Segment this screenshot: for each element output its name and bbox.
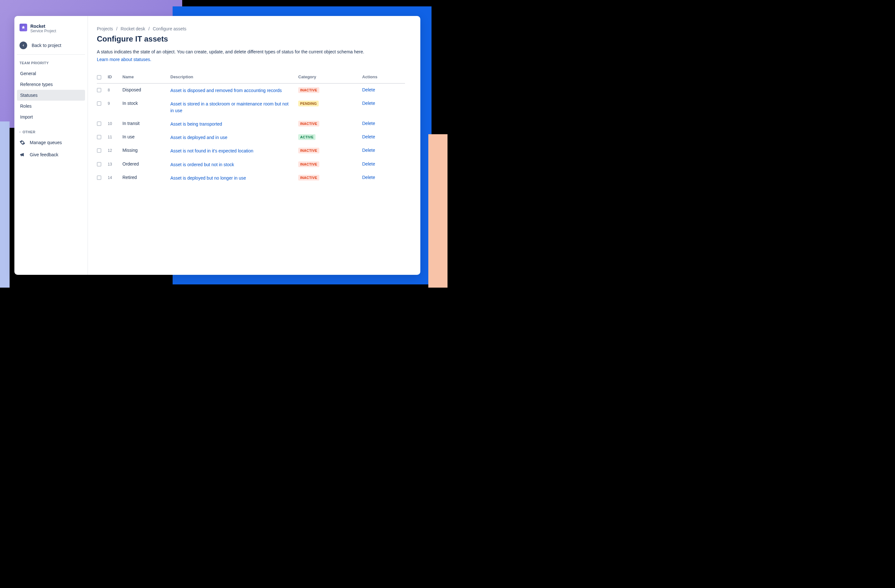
megaphone-icon — [20, 152, 25, 158]
learn-more-link[interactable]: Learn more about statuses. — [97, 57, 151, 62]
col-actions: Actions — [362, 74, 385, 79]
row-description-link[interactable]: Asset is deployed and in use — [170, 134, 298, 141]
project-header: Rocket Service Project — [17, 24, 85, 38]
other-label: OTHER — [23, 130, 35, 134]
row-id: 12 — [108, 148, 123, 153]
status-badge: INACTIVE — [298, 175, 319, 180]
col-name: Name — [123, 74, 170, 79]
row-checkbox[interactable] — [97, 162, 101, 167]
back-to-project-link[interactable]: Back to project — [17, 38, 85, 55]
app-window: Rocket Service Project Back to project T… — [14, 16, 420, 275]
table-row: 11In useAsset is deployed and in useACTI… — [97, 131, 405, 144]
row-id: 9 — [108, 101, 123, 106]
row-checkbox[interactable] — [97, 148, 101, 153]
sidebar: Rocket Service Project Back to project T… — [14, 16, 88, 275]
manage-queues-label: Manage queues — [30, 140, 62, 145]
delete-link[interactable]: Delete — [362, 101, 385, 106]
give-feedback-link[interactable]: Give feedback — [17, 149, 85, 161]
delete-link[interactable]: Delete — [362, 161, 385, 167]
status-badge: PENDING — [298, 101, 319, 106]
breadcrumb-configure-assets[interactable]: Configure assets — [153, 26, 187, 31]
page-title: Configure IT assets — [97, 35, 405, 44]
row-description-link[interactable]: Asset is not found in it's expected loca… — [170, 148, 298, 154]
main-content: Projects / Rocket desk / Configure asset… — [88, 16, 420, 275]
sidebar-section-label: TEAM PRIORITY — [17, 59, 85, 68]
breadcrumb: Projects / Rocket desk / Configure asset… — [97, 26, 405, 31]
status-badge: INACTIVE — [298, 121, 319, 127]
back-label: Back to project — [32, 43, 61, 48]
sidebar-item-reference-types[interactable]: Reference types — [17, 79, 85, 90]
table-row: 10In transitAsset is being transportedIN… — [97, 117, 405, 131]
breadcrumb-projects[interactable]: Projects — [97, 26, 113, 31]
table-header-row: ID Name Description Category Actions — [97, 74, 405, 84]
row-checkbox[interactable] — [97, 121, 101, 126]
delete-link[interactable]: Delete — [362, 121, 385, 126]
delete-link[interactable]: Delete — [362, 87, 385, 92]
row-description-link[interactable]: Asset is ordered but not in stock — [170, 161, 298, 168]
select-all-checkbox[interactable] — [97, 75, 101, 80]
row-id: 11 — [108, 134, 123, 139]
row-name: In use — [123, 134, 170, 139]
row-name: In transit — [123, 121, 170, 126]
project-icon — [20, 24, 27, 31]
table-row: 13OrderedAsset is ordered but not in sto… — [97, 158, 405, 171]
row-id: 10 — [108, 121, 123, 126]
row-checkbox[interactable] — [97, 135, 101, 139]
breadcrumb-rocket-desk[interactable]: Rocket desk — [120, 26, 145, 31]
project-name: Rocket — [30, 24, 56, 29]
sidebar-item-statuses[interactable]: Statuses — [17, 90, 85, 101]
manage-queues-link[interactable]: Manage queues — [17, 136, 85, 149]
row-id: 14 — [108, 175, 123, 180]
page-description: A status indicates the state of an objec… — [97, 48, 405, 55]
project-type: Service Project — [30, 29, 56, 33]
delete-link[interactable]: Delete — [362, 175, 385, 180]
status-badge: INACTIVE — [298, 161, 319, 167]
row-id: 13 — [108, 161, 123, 167]
row-id: 8 — [108, 87, 123, 92]
row-description-link[interactable]: Asset is disposed and removed from accou… — [170, 87, 298, 94]
delete-link[interactable]: Delete — [362, 134, 385, 139]
rocket-icon — [21, 25, 26, 30]
row-name: Ordered — [123, 161, 170, 167]
back-arrow-icon — [20, 41, 27, 49]
row-name: Retired — [123, 175, 170, 180]
give-feedback-label: Give feedback — [30, 152, 59, 157]
sidebar-item-general[interactable]: General — [17, 68, 85, 79]
sidebar-item-import[interactable]: Import — [17, 112, 85, 123]
row-description-link[interactable]: Asset is stored in a stockroom or mainte… — [170, 101, 298, 114]
row-description-link[interactable]: Asset is deployed but no longer in use — [170, 175, 298, 181]
row-checkbox[interactable] — [97, 101, 101, 106]
row-description-link[interactable]: Asset is being transported — [170, 121, 298, 127]
col-description: Description — [170, 74, 298, 79]
sidebar-other-toggle[interactable]: › OTHER — [17, 126, 85, 136]
sidebar-item-roles[interactable]: Roles — [17, 101, 85, 112]
status-badge: ACTIVE — [298, 134, 316, 140]
col-category: Category — [298, 74, 362, 79]
gear-icon — [20, 139, 25, 145]
table-row: 9In stockAsset is stored in a stockroom … — [97, 97, 405, 117]
status-badge: INACTIVE — [298, 87, 319, 93]
delete-link[interactable]: Delete — [362, 148, 385, 153]
status-badge: INACTIVE — [298, 148, 319, 153]
row-name: In stock — [123, 101, 170, 106]
table-row: 14RetiredAsset is deployed but no longer… — [97, 171, 405, 185]
table-row: 12MissingAsset is not found in it's expe… — [97, 144, 405, 158]
row-name: Missing — [123, 148, 170, 153]
row-checkbox[interactable] — [97, 88, 101, 92]
col-id: ID — [108, 74, 123, 79]
row-name: Disposed — [123, 87, 170, 92]
status-table: ID Name Description Category Actions 8Di… — [97, 74, 405, 185]
row-checkbox[interactable] — [97, 176, 101, 180]
chevron-right-icon: › — [20, 130, 20, 133]
table-row: 8DisposedAsset is disposed and removed f… — [97, 84, 405, 97]
